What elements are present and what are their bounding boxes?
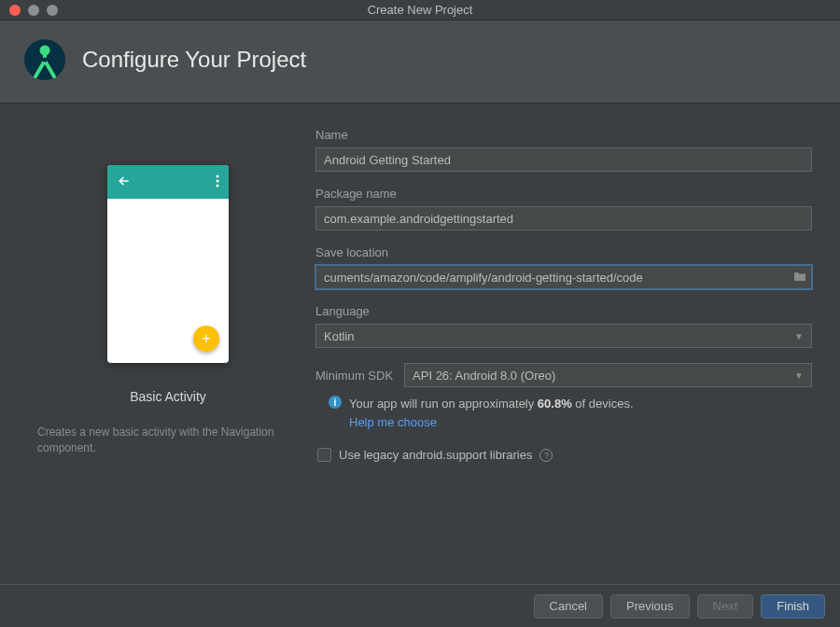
help-me-choose-link[interactable]: Help me choose [349,415,437,429]
help-icon[interactable]: ? [539,449,553,462]
svg-point-2 [43,58,48,63]
legacy-libraries-row: Use legacy android.support libraries ? [315,448,812,462]
window-title: Create New Project [368,3,473,17]
phone-preview: + [107,165,229,363]
window-controls [0,5,58,16]
previous-button[interactable]: Previous [610,594,690,619]
page-title: Configure Your Project [82,47,306,73]
save-location-input[interactable] [316,266,789,288]
android-studio-logo-icon [24,39,65,80]
template-name: Basic Activity [130,389,206,404]
min-sdk-label: Minimum SDK [315,369,393,383]
chevron-down-icon: ▼ [794,331,804,341]
wizard-footer: Cancel Previous Next Finish [0,584,840,627]
wizard-header: Configure Your Project [0,21,840,104]
titlebar: Create New Project [0,0,840,21]
info-icon: i [329,396,342,409]
language-value: Kotlin [324,329,355,343]
content-area: + Basic Activity Creates a new basic act… [0,104,840,471]
legacy-libraries-checkbox[interactable] [317,448,331,462]
language-label: Language [315,304,812,318]
close-window-button[interactable] [9,5,21,16]
minimize-window-button[interactable] [28,5,39,16]
name-input[interactable] [315,147,812,172]
chevron-down-icon: ▼ [794,370,804,381]
svg-point-5 [217,184,219,187]
fab-icon: + [193,326,219,352]
cancel-button[interactable]: Cancel [534,594,603,619]
svg-point-4 [217,179,219,182]
min-sdk-select[interactable]: API 26: Android 8.0 (Oreo) ▼ [404,363,812,387]
next-button: Next [697,594,754,619]
package-name-input[interactable] [315,206,812,230]
form-panel: Name Package name Save location Language… [308,128,812,462]
browse-folder-icon[interactable] [789,271,811,285]
template-preview-panel: + Basic Activity Creates a new basic act… [28,128,308,462]
finish-button[interactable]: Finish [761,594,825,619]
save-location-field [315,265,812,289]
svg-point-3 [217,174,219,177]
sdk-info-text: Your app will run on approximately 60.8%… [349,395,634,431]
min-sdk-value: API 26: Android 8.0 (Oreo) [413,369,555,383]
sdk-info-row: i Your app will run on approximately 60.… [315,395,812,431]
legacy-libraries-label: Use legacy android.support libraries [339,448,532,462]
language-select[interactable]: Kotlin ▼ [315,324,812,348]
preview-appbar [107,165,229,199]
name-label: Name [315,128,812,142]
save-location-label: Save location [315,245,812,259]
back-arrow-icon [117,174,132,191]
overflow-menu-icon [216,174,219,190]
template-description: Creates a new basic activity with the Na… [37,425,299,456]
zoom-window-button[interactable] [47,5,58,16]
package-name-label: Package name [315,187,812,201]
